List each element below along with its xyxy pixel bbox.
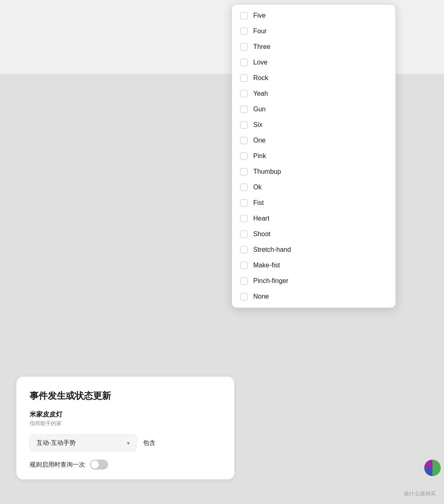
checkbox-thumbup[interactable] xyxy=(240,168,247,175)
label-three: Three xyxy=(253,43,271,51)
watermark: 值什么值得买 xyxy=(404,490,436,497)
dropdown-item-four[interactable]: Four xyxy=(232,23,395,39)
device-subtitle: 指挥能手的家 xyxy=(30,420,221,427)
dropdown-item-yeah[interactable]: Yeah xyxy=(232,86,395,101)
checkbox-gun[interactable] xyxy=(240,106,247,113)
label-ok: Ok xyxy=(253,184,261,191)
dropdown-item-ok[interactable]: Ok xyxy=(232,180,395,195)
dropdown-item-one[interactable]: One xyxy=(232,133,395,148)
checkbox-pinch-finger[interactable] xyxy=(240,277,247,285)
chevron-down-icon: ▾ xyxy=(127,440,130,446)
bottom-card: 事件发生或状态更新 米家皮皮灯 指挥能手的家 互动-互动手势 ▾ 包含 规则启用… xyxy=(16,377,234,479)
dropdown-item-gun[interactable]: Gun xyxy=(232,101,395,117)
dropdown-item-stretch-hand[interactable]: Stretch-hand xyxy=(232,242,395,258)
toggle-knob xyxy=(91,460,99,469)
checkbox-make-fist[interactable] xyxy=(240,262,247,269)
dropdown-item-pink[interactable]: Pink xyxy=(232,148,395,164)
card-title: 事件发生或状态更新 xyxy=(30,390,221,402)
label-one: One xyxy=(253,137,266,144)
dropdown-item-six[interactable]: Six xyxy=(232,117,395,133)
label-heart: Heart xyxy=(253,215,269,222)
checkbox-stretch-hand[interactable] xyxy=(240,246,247,253)
checkbox-none[interactable] xyxy=(240,293,247,300)
checkbox-five[interactable] xyxy=(240,12,247,19)
label-six: Six xyxy=(253,121,262,129)
label-shoot: Shoot xyxy=(253,230,271,238)
checkbox-heart[interactable] xyxy=(240,215,247,222)
dropdown-item-rock[interactable]: Rock xyxy=(232,70,395,86)
label-five: Five xyxy=(253,12,266,19)
checkbox-fist[interactable] xyxy=(240,199,247,207)
label-pinch-finger: Pinch-finger xyxy=(253,277,288,285)
footer-label: 规则启用时查询一次 xyxy=(30,461,85,469)
checkbox-one[interactable] xyxy=(240,137,247,144)
label-pink: Pink xyxy=(253,152,266,160)
dropdown-item-thumbup[interactable]: Thumbup xyxy=(232,164,395,180)
checkbox-shoot[interactable] xyxy=(240,230,247,238)
label-none: None xyxy=(253,293,269,300)
checkbox-six[interactable] xyxy=(240,121,247,129)
checkbox-pink[interactable] xyxy=(240,152,247,160)
label-gun: Gun xyxy=(253,106,266,113)
checkbox-rock[interactable] xyxy=(240,74,247,82)
dropdown-item-three[interactable]: Three xyxy=(232,39,395,55)
dropdown-selected-label: 互动-互动手势 xyxy=(37,439,76,447)
label-stretch-hand: Stretch-hand xyxy=(253,246,291,253)
checkbox-yeah[interactable] xyxy=(240,90,247,97)
dropdown-item-pinch-finger[interactable]: Pinch-finger xyxy=(232,273,395,289)
label-fist: Fist xyxy=(253,199,264,207)
checkbox-ok[interactable] xyxy=(240,184,247,191)
query-once-toggle[interactable] xyxy=(90,460,108,469)
checkbox-three[interactable] xyxy=(240,43,247,51)
dropdown-item-fist[interactable]: Fist xyxy=(232,195,395,211)
dropdown-item-shoot[interactable]: Shoot xyxy=(232,226,395,242)
dropdown-item-none[interactable]: None xyxy=(232,289,395,304)
dropdown-item-love[interactable]: Love xyxy=(232,55,395,70)
dropdown-item-five[interactable]: Five xyxy=(232,8,395,23)
dropdown-item-make-fist[interactable]: Make-fist xyxy=(232,258,395,273)
decoration-circle xyxy=(424,460,441,476)
label-yeah: Yeah xyxy=(253,90,268,97)
label-rock: Rock xyxy=(253,74,268,82)
label-thumbup: Thumbup xyxy=(253,168,281,175)
card-footer: 规则启用时查询一次 xyxy=(30,460,221,469)
dropdown-item-heart[interactable]: Heart xyxy=(232,211,395,226)
label-four: Four xyxy=(253,28,267,35)
gesture-dropdown-overlay: FiveFourThreeLoveRockYeahGunSixOnePinkTh… xyxy=(231,4,396,308)
card-row: 互动-互动手势 ▾ 包含 xyxy=(30,435,221,451)
label-love: Love xyxy=(253,59,268,66)
checkbox-four[interactable] xyxy=(240,28,247,35)
label-make-fist: Make-fist xyxy=(253,262,280,269)
gesture-dropdown-button[interactable]: 互动-互动手势 ▾ xyxy=(30,435,136,451)
device-name: 米家皮皮灯 xyxy=(30,410,221,419)
contains-label: 包含 xyxy=(143,439,155,447)
checkbox-love[interactable] xyxy=(240,59,247,66)
